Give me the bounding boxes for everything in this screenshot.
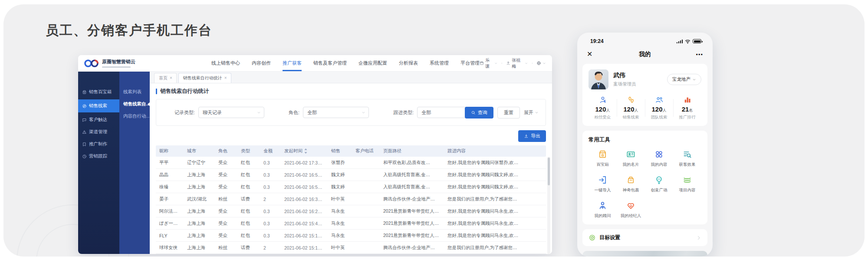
stat-item[interactable]: 120人 销售线索 xyxy=(617,95,645,120)
page-title: 员工、分销客户手机工作台 xyxy=(46,22,212,39)
column-header[interactable]: 城市 xyxy=(184,148,215,154)
filter-select[interactable]: 聊天记录 xyxy=(198,107,264,118)
filter-value: 聊天记录 xyxy=(203,109,222,116)
nav-item[interactable]: 企微应用配置 xyxy=(358,55,387,71)
column-header[interactable]: 客户电话 xyxy=(352,148,380,154)
close-icon[interactable]: × xyxy=(224,76,227,80)
nav-item[interactable]: 分析报表 xyxy=(399,55,418,71)
table-cell: 您好,我是您的专属顾问马永生,欢… xyxy=(444,221,546,227)
sidebar-item[interactable]: 销售百宝箱 xyxy=(78,86,119,98)
brand[interactable]: 原圈智慧营销云 xyxy=(84,59,146,68)
sidebar-item-label: 渠道管理 xyxy=(89,129,107,135)
tool-item[interactable]: 百宝箱 xyxy=(589,149,617,168)
chevron-down-icon xyxy=(692,78,696,82)
export-button[interactable]: 导出 xyxy=(518,130,546,142)
table-row[interactable]: 徐臻上海上海受众红包0.32021-06-02 16:55:00魏文婷入驻高级托… xyxy=(156,181,546,193)
tool-item[interactable]: 一键导入 xyxy=(589,175,617,193)
sidebar-item[interactable]: 渠道管理 xyxy=(78,126,119,138)
reset-button-label: 重置 xyxy=(504,109,513,116)
stat-item[interactable]: 120人 团队线索 xyxy=(645,95,673,120)
table-cell: 辽宁辽宁 xyxy=(184,160,215,166)
submenu-item[interactable]: 线索列表 xyxy=(119,86,150,98)
brand-text: 原圈智慧营销云 xyxy=(102,59,135,68)
table-row[interactable]: 阿尔法女神上海上海受众红包0.32021-06-02 16:20:00马永生20… xyxy=(156,205,546,217)
sidebar-item[interactable]: 客户触达 xyxy=(78,114,119,126)
column-header[interactable]: 页面路径 xyxy=(380,148,444,154)
stat-value: 120人 xyxy=(595,105,610,113)
table-cell: 红包 xyxy=(237,172,260,178)
column-header[interactable]: 发起时间 xyxy=(281,148,328,154)
nav-item[interactable]: 平台管理 xyxy=(460,55,480,71)
column-header[interactable]: 角色 xyxy=(215,148,237,154)
filter-group: 角色: 全部 xyxy=(289,107,369,118)
column-header[interactable]: 跟进内容 xyxy=(444,148,546,154)
table-row[interactable]: ぼぎ一帆风上海上海受众红包0.32021-06-02 15:40:00马永生20… xyxy=(156,217,546,230)
tool-label: 获客效果 xyxy=(679,162,696,168)
tool-item[interactable]: 我的内容 xyxy=(645,149,673,168)
scrollbar[interactable] xyxy=(547,157,550,254)
table-cell: 平平 xyxy=(156,160,184,166)
tool-item[interactable]: 我的名片 xyxy=(617,149,645,168)
tool-item[interactable]: 我的经纪人 xyxy=(617,201,645,219)
nav-item[interactable]: 线上销售中心 xyxy=(211,55,240,71)
nav-item[interactable]: 系统管理 xyxy=(430,55,449,71)
query-button[interactable]: 查询 xyxy=(465,107,493,118)
table-header-row: 昵称城市角色类型金额发起时间销售客户电话页面路径跟进内容 xyxy=(156,145,546,157)
content-tab[interactable]: 首页 × xyxy=(154,73,177,83)
nav-item[interactable]: 销售及客户管理 xyxy=(313,55,347,71)
stat-item[interactable]: 21名 推广排行 xyxy=(673,95,701,120)
sort-icon[interactable] xyxy=(304,148,308,154)
profile-card: 武伟 案场管理员 宝龙地产 120人 粉丝受众 120人 销售线索 120人 团 xyxy=(582,64,707,126)
sidebar-item[interactable]: 营销跟踪 xyxy=(78,150,119,162)
table-cell: 上海上海 xyxy=(184,184,215,190)
table-cell: 受众 xyxy=(215,184,237,190)
user-area-item[interactable]: 张祖梅 xyxy=(506,57,528,69)
globe-icon xyxy=(536,61,541,66)
close-icon[interactable]: × xyxy=(170,76,172,80)
team-icon xyxy=(655,95,664,104)
tool-item[interactable]: 创意广场 xyxy=(645,175,673,193)
export-button-label: 导出 xyxy=(531,133,540,139)
table-row[interactable]: 球球女侠上海上海粉丝话费22021-06-02 15:10:00叶中英腾讯合作伙… xyxy=(156,242,546,254)
column-header[interactable]: 销售 xyxy=(328,148,352,154)
tool-item[interactable]: 我的顾问 xyxy=(589,201,617,219)
more-icon[interactable]: ⋯ xyxy=(696,50,703,59)
brand-name: 原圈智慧营销云 xyxy=(102,59,135,65)
tool-item[interactable]: 获客效果 xyxy=(673,149,701,168)
scrollbar-thumb[interactable] xyxy=(548,158,550,185)
table-row[interactable]: 晏子武汉/湖北粉丝话费22021-06-02 16:35:00叶中英腾讯合作伙伴… xyxy=(156,193,546,205)
tool-label: 我的顾问 xyxy=(595,213,611,219)
user-area-item[interactable] xyxy=(536,61,546,66)
table-row[interactable]: FLY上海上海受众红包0.32021-06-02 15:15:00马永生2021… xyxy=(156,230,546,242)
expand-link[interactable]: 展开 xyxy=(524,109,539,116)
filter-select[interactable]: 全部 xyxy=(303,107,369,118)
tool-label: 我的名片 xyxy=(623,162,639,168)
goal-setting-item[interactable]: 目标设置 xyxy=(582,229,707,246)
nav-item[interactable]: 内容创作 xyxy=(252,55,271,71)
table-cell: 晏子 xyxy=(156,196,184,202)
submenu-item[interactable]: 销售线索自… xyxy=(119,98,150,110)
sidebar-item[interactable]: 销售线索 xyxy=(78,99,119,112)
content-tab[interactable]: 销售线索自行动统计 × xyxy=(178,73,231,83)
submenu-item[interactable]: 内容自行动… xyxy=(119,110,150,122)
tool-item[interactable]: 项目内容 xyxy=(673,175,701,193)
table-row[interactable]: 平平辽宁辽宁受众红包0.32021-06-02 17:30:00张慧乔和平双色彩… xyxy=(156,157,546,169)
sidebar-item[interactable]: 推广制作 xyxy=(78,138,119,150)
user-area-label: 张祖梅 xyxy=(512,57,523,69)
column-header[interactable]: 金额 xyxy=(260,148,281,154)
column-header[interactable]: 类型 xyxy=(237,148,260,154)
column-header[interactable]: 昵称 xyxy=(156,148,184,154)
org-name: 宝龙地产 xyxy=(672,76,690,82)
table-cell: 受众 xyxy=(215,233,237,239)
filter-label: 跟进类型: xyxy=(393,109,414,116)
table-cell: 球球女侠 xyxy=(156,245,184,251)
nav-item[interactable]: 推广获客 xyxy=(283,55,302,71)
org-selector[interactable]: 宝龙地产 xyxy=(667,74,701,85)
stat-item[interactable]: 120人 粉丝受众 xyxy=(589,95,617,120)
reset-button[interactable]: 重置 xyxy=(497,107,520,118)
user-area-item[interactable]: 乐课 xyxy=(480,57,498,69)
card-icon xyxy=(626,149,636,159)
table-cell: 2021-06-02 16:55:00 xyxy=(281,184,328,190)
tool-item[interactable]: 神奇包裹 xyxy=(617,175,645,193)
table-row[interactable]: 晶晶上海上海受众红包0.32021-06-02 16:55:00魏文婷入驻高级托… xyxy=(156,169,546,181)
